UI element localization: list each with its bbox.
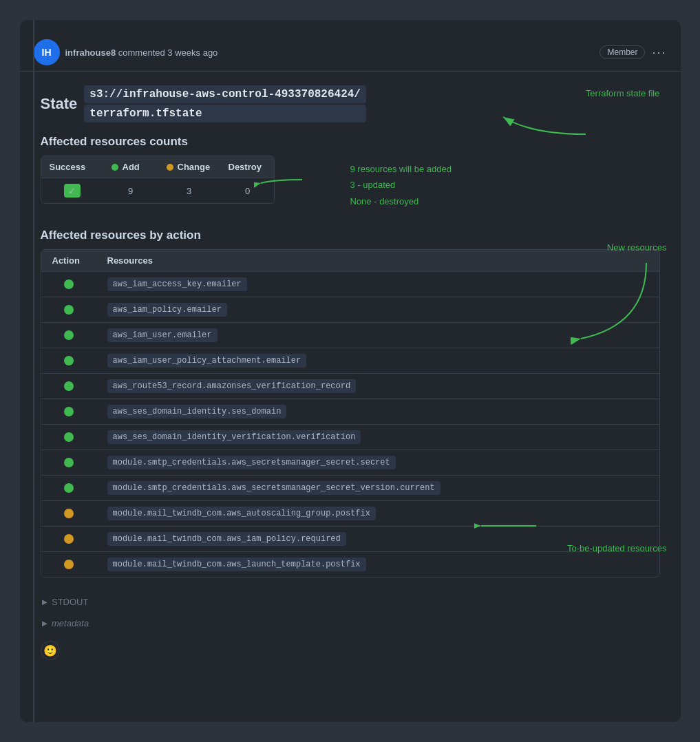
terraform-annotation: Terraform state file [586,88,660,98]
counts-table-header: Success Add Change Destroy [41,156,274,178]
resource-cell: module.smtp_credentials.aws_secretsmanag… [96,450,659,475]
green-dot-icon [64,330,74,340]
counts-table: Success Add Change Destroy ✓ 9 [41,156,275,204]
action-cell [41,297,96,322]
col-action: Action [41,250,96,271]
yellow-dot-icon [64,509,74,518]
resource-tag: aws_iam_user_policy_attachment.emailer [107,354,307,368]
green-dot-icon [64,432,74,442]
state-code-line1: s3://infrahouse-aws-control-493370826424… [84,85,366,103]
counts-annotation: 9 resources will be added 3 - updated No… [350,156,452,209]
green-dot-icon [64,381,74,391]
stdout-section[interactable]: ► STDOUT [20,591,681,613]
resource-tag: aws_route53_record.amazonses_verificatio… [107,379,357,393]
counts-table-row: ✓ 9 3 0 [41,178,274,203]
arrow-terraform [496,96,593,138]
metadata-label: ► metadata [41,618,89,628]
comment-header-left: IH infrahouse8 commented 3 weeks ago [34,39,218,65]
table-row: module.smtp_credentials.aws_secretsmanag… [41,450,659,476]
action-cell [41,501,96,526]
state-code-line2: terraform.tfstate [84,105,366,123]
comment-action-text: commented [118,47,165,58]
action-cell [41,425,96,449]
comment-card: IH infrahouse8 commented 3 weeks ago Mem… [20,20,681,722]
action-cell [41,348,96,373]
action-cell [41,399,96,424]
action-cell [41,272,96,297]
action-cell [41,450,96,475]
success-cell: ✓ [41,178,103,203]
emoji-button[interactable]: 🙂 [41,641,60,660]
metadata-section[interactable]: ► metadata [20,613,681,634]
state-label: State [41,95,78,113]
col-change: Change [158,156,220,178]
username: infrahouse8 [65,47,116,58]
comment-time-value: 3 weeks ago [167,47,218,58]
table-row: aws_route53_record.amazonses_verificatio… [41,374,659,399]
annotation-added: 9 resources will be added [350,161,452,177]
table-row: module.smtp_credentials.aws_secretsmanag… [41,476,659,501]
change-dot [167,164,173,171]
annotation-updated: 3 - updated [350,177,452,193]
green-dot-icon [64,279,74,289]
arrow-updated-resources [474,512,543,540]
member-badge: Member [600,45,645,59]
arrow-counts [254,162,309,197]
resource-tag: module.smtp_credentials.aws_secretsmanag… [107,481,441,495]
resource-tag: aws_ses_domain_identity_verification.ver… [107,430,361,444]
resources-section-title: Affected resources by action [41,229,660,242]
resource-tag: aws_iam_policy.emailer [107,303,227,317]
comment-header-right: Member ··· [600,45,666,60]
resource-cell: aws_ses_domain_identity_verification.ver… [96,425,659,449]
action-cell [41,476,96,500]
resource-cell: module.smtp_credentials.aws_secretsmanag… [96,476,659,500]
table-row: aws_ses_domain_identity.ses_domain [41,399,659,425]
green-dot-icon [64,305,74,315]
resource-cell: aws_route53_record.amazonses_verificatio… [96,374,659,399]
resources-table: Action Resources aws_iam_access_key.emai… [41,249,660,577]
table-row: module.mail_twindb_com.aws_iam_policy.re… [41,527,659,552]
resource-tag: aws_iam_user.emailer [107,328,218,342]
resource-cell: module.mail_twindb_com.aws_launch_templa… [96,552,659,577]
add-dot [112,164,118,171]
arrow-new-resources [571,256,653,366]
table-row: aws_iam_user.emailer [41,323,659,348]
green-dot-icon [64,483,74,493]
table-row: aws_iam_access_key.emailer [41,272,659,297]
add-count: 9 [103,178,158,203]
resource-tag: aws_ses_domain_identity.ses_domain [107,405,287,418]
comment-meta: infrahouse8 commented 3 weeks ago [65,47,218,58]
action-cell [41,527,96,551]
avatar: IH [34,39,60,65]
table-row: aws_iam_user_policy_attachment.emailer [41,348,659,374]
updated-resources-annotation: To-be-updated resources [567,543,667,553]
new-resources-annotation: New resources [607,242,667,253]
comment-header: IH infrahouse8 commented 3 weeks ago Mem… [20,34,681,72]
green-dot-icon [64,407,74,416]
change-count: 3 [158,178,220,203]
dots-menu-button[interactable]: ··· [652,45,666,60]
resource-tag: aws_iam_access_key.emailer [107,277,247,291]
comment-body: State s3://infrahouse-aws-control-493370… [20,72,681,591]
success-check: ✓ [64,184,81,198]
resource-cell: module.mail_twindb_com.aws_autoscaling_g… [96,501,659,526]
resource-tag: module.smtp_credentials.aws_secretsmanag… [107,456,396,469]
annotation-destroyed: None - destroyed [350,193,452,209]
green-dot-icon [64,356,74,365]
green-dot-icon [64,458,74,467]
resource-tag: module.mail_twindb_com.aws_launch_templa… [107,558,366,571]
table-row: module.mail_twindb_com.aws_launch_templa… [41,552,659,577]
col-add: Add [103,156,158,178]
resources-table-header: Action Resources [41,250,659,272]
yellow-dot-icon [64,560,74,569]
col-success: Success [41,156,103,178]
resource-tag: module.mail_twindb_com.aws_autoscaling_g… [107,507,376,520]
table-row: aws_iam_policy.emailer [41,297,659,323]
action-cell [41,374,96,399]
action-cell [41,552,96,577]
table-row: aws_ses_domain_identity_verification.ver… [41,425,659,450]
yellow-dot-icon [64,534,74,544]
table-row: module.mail_twindb_com.aws_autoscaling_g… [41,501,659,527]
resource-tag: module.mail_twindb_com.aws_iam_policy.re… [107,532,346,546]
resource-cell: aws_ses_domain_identity.ses_domain [96,399,659,424]
